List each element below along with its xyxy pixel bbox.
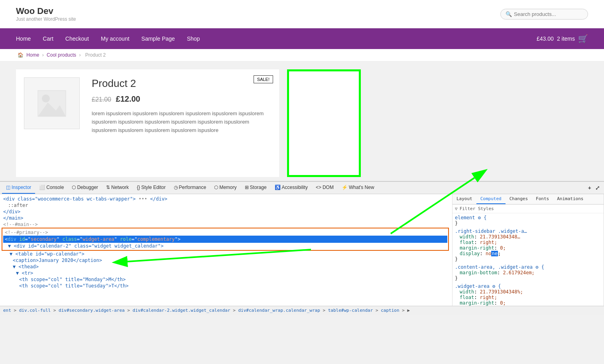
site-branding: Woo Dev Just another WordPress site (16, 6, 76, 22)
breadcrumb-home[interactable]: Home (26, 52, 39, 58)
breadcrumb-table[interactable]: table#wp-calendar (328, 308, 373, 313)
nav-my-account[interactable]: My account (101, 35, 130, 42)
site-tagline: Just another WordPress site (16, 16, 76, 22)
css-prop-margin-right2: margin-right: 0; (460, 300, 601, 306)
tab-debugger[interactable]: ⬡ Debugger (68, 182, 102, 194)
top-bar: Woo Dev Just another WordPress site 🔍 (0, 0, 604, 28)
tab-whats-new[interactable]: ⚡ What's New (338, 182, 378, 194)
main-content: SALE! Product 2 £21.00 £12.00 lorem ispu… (0, 61, 604, 177)
svg-point-1 (42, 94, 50, 102)
tab-storage[interactable]: ⊞ Storage (241, 182, 271, 194)
product-price-new: £12.00 (116, 94, 140, 103)
filter-bar: ▽ Filter Styles (453, 205, 604, 213)
css-rule-element: element ⚙ { } (455, 215, 601, 226)
tab-inspector[interactable]: ◫ Inspector (2, 182, 35, 194)
sale-badge: SALE! (254, 75, 273, 83)
css-prop-width: width: 21.7391304348… (460, 234, 601, 240)
html-line-th-tue: <th scope="col" title="Tuesday">T</th> (2, 283, 451, 289)
breadcrumb-div-col-full[interactable]: div.col-full (19, 308, 51, 313)
nav-shop[interactable]: Shop (187, 35, 200, 42)
css-prop-float: float: right; (460, 240, 601, 245)
product-price-old: £21.00 (92, 96, 111, 103)
sidebar-area (287, 69, 361, 177)
product-details: Product 2 £21.00 £12.00 lorem ispuslorem… (92, 77, 271, 134)
console-icon: ⬜ (39, 185, 45, 190)
styles-tab-changes[interactable]: Changes (506, 194, 532, 204)
inspector-icon: ◫ (6, 185, 10, 190)
css-rule-content-area: .content-area, .widget-area ⚙ { margin-b… (455, 264, 601, 281)
styles-tab-layout[interactable]: Layout (453, 194, 476, 204)
breadcrumb-caption[interactable]: caption (381, 308, 399, 313)
html-line-tr: ▼ <tr> (2, 270, 451, 276)
html-panel: <div class="woocommerce-tabs wc-tabs-wra… (0, 194, 453, 306)
css-selector-right-sidebar: .right-sidebar .widget-a… (455, 228, 601, 234)
breadcrumb-div-calendar[interactable]: div#calendar-2.widget.widget_calendar (133, 308, 230, 313)
nav-checkout[interactable]: Checkout (65, 35, 89, 42)
html-line-div-close: </div> (2, 209, 451, 215)
search-icon: 🔍 (506, 11, 512, 17)
css-selector-widget-area: .widget-area ⚙ { (455, 283, 601, 289)
dom-icon: <> (316, 185, 321, 190)
breadcrumb-div-secondary[interactable]: div#secondary.widget-area (59, 308, 125, 313)
html-line-main-close: </main> (2, 215, 451, 221)
storage-icon: ⊞ (245, 185, 249, 190)
breadcrumb-category[interactable]: Cool products (47, 52, 76, 58)
styles-subtabs: Layout Computed Changes Fonts Animations (453, 194, 604, 205)
tab-performance[interactable]: ◷ Performance (170, 182, 211, 194)
html-line-after: ::after (2, 202, 451, 209)
cart-items: 2 items (557, 35, 575, 42)
html-line-table: ▼ <table id="wp-calendar"> (2, 251, 451, 257)
css-prop-margin-bottom: margin-bottom: 2.617924em; (460, 270, 601, 275)
devtools-body: <div class="woocommerce-tabs wc-tabs-wra… (0, 194, 604, 306)
styles-tab-computed[interactable]: Computed (476, 194, 506, 204)
css-prop-margin-right: margin-right: 0; (460, 245, 601, 251)
tab-console[interactable]: ⬜ Console (35, 182, 68, 194)
search-box[interactable]: 🔍 (500, 9, 588, 20)
performance-icon: ◷ (174, 185, 178, 190)
html-line: <div class="woocommerce-tabs wc-tabs-wra… (2, 196, 451, 202)
breadcrumb-ent[interactable]: ent (3, 308, 11, 313)
nav-home[interactable]: Home (16, 35, 31, 42)
expand-panel-button[interactable]: ⤢ (593, 185, 602, 191)
devtools-tab-bar: ◫ Inspector ⬜ Console ⬡ Debugger ⇅ Netwo… (0, 182, 604, 194)
css-prop-display: display: none; (460, 251, 601, 256)
accessibility-icon: ♿ (275, 185, 281, 190)
nav-cart[interactable]: Cart (43, 35, 53, 42)
tab-network[interactable]: ⇅ Network (102, 182, 133, 194)
html-comment-main: <!--#main--> (2, 221, 451, 228)
tab-dom[interactable]: <> DOM (312, 182, 338, 194)
cart-price: £43.00 (537, 35, 554, 42)
nav-sample-page[interactable]: Sample Page (142, 35, 175, 42)
tab-memory[interactable]: ⬡ Memory (210, 182, 240, 194)
css-selector-element: element ⚙ { (455, 215, 601, 220)
css-prop-float2: float: right; (460, 295, 601, 300)
html-comment-primary: <!--#primary--> (3, 229, 447, 236)
styles-tab-animations[interactable]: Animations (553, 194, 587, 204)
product-description: lorem ispuslorem ispuslorem ispuslorem i… (92, 110, 271, 134)
cart-info: £43.00 2 items 🛒 (537, 34, 588, 43)
breadcrumb-div-calendar-wrap[interactable]: div#calendar_wrap.calendar_wrap (238, 308, 320, 313)
memory-icon: ⬡ (214, 185, 218, 190)
html-line-caption: <caption>January 2020</caption> (2, 257, 451, 264)
bottom-breadcrumb: ent > div.col-full > div#secondary.widge… (0, 306, 604, 315)
styles-panel: Layout Computed Changes Fonts Animations… (453, 194, 604, 306)
styles-tab-fonts[interactable]: Fonts (532, 194, 553, 204)
product-image (24, 77, 80, 129)
devtools: ◫ Inspector ⬜ Console ⬡ Debugger ⇅ Netwo… (0, 181, 604, 315)
right-sidebar-box (287, 69, 361, 177)
html-line-th-mon: <th scope="col" title="Monday">M</th> (2, 276, 451, 283)
html-tag: <div class="woocommerce-tabs wc-tabs-wra… (3, 196, 136, 202)
tab-accessibility[interactable]: ♿ Accessibility (271, 182, 312, 194)
filter-label: Filter Styles (460, 206, 494, 211)
site-title: Woo Dev (16, 6, 76, 16)
html-line-secondary[interactable]: <div id="secondary" class="widget-area" … (3, 236, 447, 243)
search-input[interactable] (514, 11, 583, 17)
product-area: SALE! Product 2 £21.00 £12.00 lorem ispu… (16, 69, 279, 177)
breadcrumb-sep2: › (79, 52, 82, 58)
breadcrumb-sep1: › (42, 52, 45, 58)
cart-icon[interactable]: 🛒 (578, 34, 588, 43)
add-panel-button[interactable]: + (586, 185, 593, 191)
tab-style-editor[interactable]: {} Style Editor (133, 182, 169, 194)
css-rule-widget-area: .widget-area ⚙ { width: 21.7391304348%; … (455, 283, 601, 306)
breadcrumb-current: Product 2 (85, 52, 106, 58)
